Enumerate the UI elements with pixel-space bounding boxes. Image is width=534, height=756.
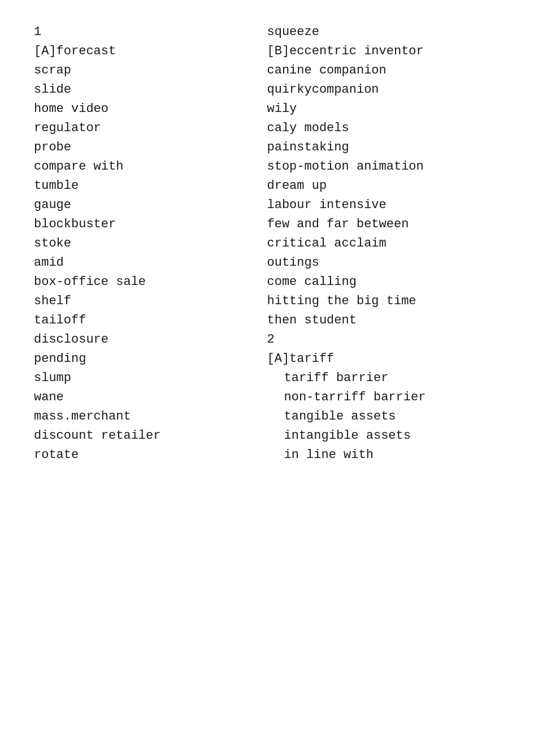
list-item: painstaking: [267, 138, 501, 157]
list-item: stop-motion animation: [267, 157, 501, 176]
list-item: tailoff: [34, 311, 267, 330]
list-item: non-tarriff barrier: [267, 388, 501, 407]
right-column: squeeze[B]eccentric inventorcanine compa…: [267, 23, 501, 465]
list-item: slide: [34, 80, 267, 100]
list-item: in line with: [267, 446, 501, 465]
list-item: blockbuster: [34, 215, 267, 234]
list-item: home video: [34, 100, 267, 119]
list-item: few and far between: [267, 215, 501, 234]
list-item: come calling: [267, 273, 501, 292]
list-item: outings: [267, 253, 501, 273]
list-item: [A]forecast: [34, 42, 267, 61]
list-item: 2: [267, 330, 501, 349]
page-container: 1[A]forecastscrapslidehome videoregulato…: [0, 0, 534, 756]
list-item: rotate: [34, 446, 267, 465]
list-item: amid: [34, 253, 267, 273]
list-item: hitting the big time: [267, 292, 501, 311]
list-item: critical acclaim: [267, 234, 501, 253]
list-item: tariff barrier: [267, 369, 501, 388]
list-item: slump: [34, 369, 267, 388]
list-item: [A]tariff: [267, 349, 501, 369]
list-item: squeeze: [267, 23, 501, 42]
list-item: pending: [34, 349, 267, 369]
list-item: shelf: [34, 292, 267, 311]
list-item: wily: [267, 100, 501, 119]
list-item: disclosure: [34, 330, 267, 349]
list-item: quirkycompanion: [267, 80, 501, 100]
list-item: [B]eccentric inventor: [267, 42, 501, 61]
left-column: 1[A]forecastscrapslidehome videoregulato…: [34, 23, 267, 465]
list-item: canine companion: [267, 61, 501, 80]
list-item: scrap: [34, 61, 267, 80]
list-item: box-office sale: [34, 273, 267, 292]
list-item: regulator: [34, 119, 267, 138]
list-item: dream up: [267, 176, 501, 196]
list-item: discount retailer: [34, 426, 267, 446]
list-item: stoke: [34, 234, 267, 253]
list-item: tumble: [34, 176, 267, 196]
list-item: probe: [34, 138, 267, 157]
list-item: caly models: [267, 119, 501, 138]
list-item: wane: [34, 388, 267, 407]
list-item: tangible assets: [267, 407, 501, 426]
two-column-layout: 1[A]forecastscrapslidehome videoregulato…: [34, 23, 500, 465]
list-item: labour intensive: [267, 196, 501, 215]
list-item: gauge: [34, 196, 267, 215]
list-item: intangible assets: [267, 426, 501, 446]
list-item: 1: [34, 23, 267, 42]
list-item: then student: [267, 311, 501, 330]
list-item: mass.merchant: [34, 407, 267, 426]
list-item: compare with: [34, 157, 267, 176]
